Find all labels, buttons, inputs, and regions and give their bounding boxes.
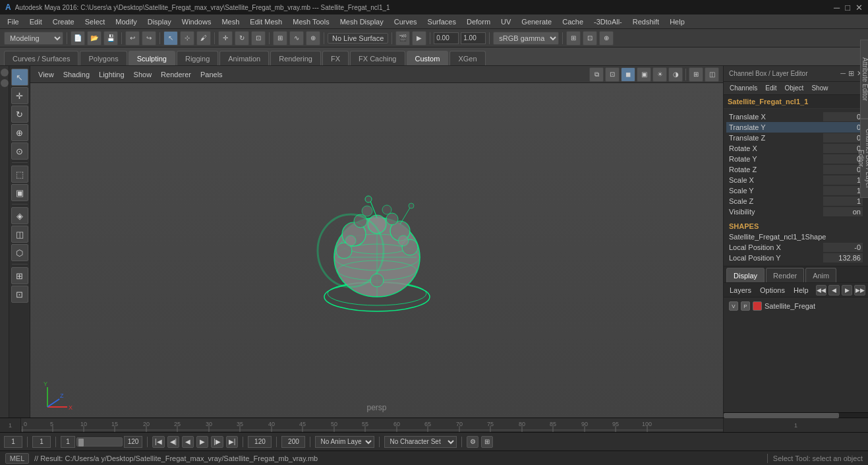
paint-lt[interactable]: ▣ xyxy=(11,184,28,201)
menu-file[interactable]: File xyxy=(3,16,24,27)
menu-select[interactable]: Select xyxy=(80,16,110,27)
mark-menu-lt[interactable]: ⊞ xyxy=(11,267,28,284)
menu-deform[interactable]: Deform xyxy=(462,16,495,27)
layer-vis-v[interactable]: V xyxy=(729,301,738,311)
scrollbar-handle[interactable] xyxy=(724,413,839,418)
frame-input-2[interactable] xyxy=(32,436,51,448)
range-end-input[interactable] xyxy=(124,436,142,448)
help-menu-layers[interactable]: Help xyxy=(790,286,812,294)
value2-input[interactable] xyxy=(461,32,486,44)
tab-sculpting[interactable]: Sculpting xyxy=(129,51,175,65)
snap-curve-button[interactable]: ∿ xyxy=(289,31,304,46)
local-pos-y-value[interactable]: 132.86 xyxy=(823,253,863,263)
timeline-numbers[interactable]: 0 5 10 15 20 25 30 35 40 45 50 55 60 xyxy=(21,418,723,433)
tab-animation[interactable]: Animation xyxy=(219,51,269,65)
local-pos-x-value[interactable]: -0 xyxy=(823,243,863,252)
extra-btn-3[interactable]: ⊕ xyxy=(599,31,614,46)
lasso-tool-button[interactable]: ⊹ xyxy=(180,31,194,46)
rotate-x-value[interactable]: 0 xyxy=(823,144,863,153)
layer-nav-first[interactable]: ◀◀ xyxy=(816,285,827,295)
edit-menu[interactable]: Edit xyxy=(762,84,780,92)
char-set-select[interactable]: No Character Set xyxy=(384,436,457,448)
show-menu[interactable]: Show xyxy=(130,69,156,80)
layer-nav-prev[interactable]: ◀ xyxy=(828,285,840,295)
go-start-button[interactable]: |◀ xyxy=(152,436,165,448)
translate-z-value[interactable]: 0 xyxy=(823,133,863,142)
menu-cache[interactable]: Cache xyxy=(558,16,588,27)
dtab-display[interactable]: Display xyxy=(726,268,765,282)
step-forward-button[interactable]: |▶ xyxy=(211,436,223,448)
wireframe-button[interactable]: ⊡ xyxy=(605,67,620,82)
close-button[interactable]: ✕ xyxy=(855,3,863,13)
universal-manip-lt[interactable]: ⊙ xyxy=(11,142,28,160)
dtab-anim[interactable]: Anim xyxy=(805,268,836,282)
menu-redshift[interactable]: Redshift xyxy=(628,16,664,27)
current-frame-input[interactable] xyxy=(4,436,22,448)
scale-x-value[interactable]: 1 xyxy=(823,175,863,185)
snap-point-button[interactable]: ⊕ xyxy=(306,31,320,46)
move-tool-button[interactable]: ✛ xyxy=(218,31,233,46)
move-tool-lt[interactable]: ✛ xyxy=(11,87,28,104)
playback-max-input[interactable] xyxy=(281,436,305,448)
maximize-button[interactable]: □ xyxy=(845,3,850,13)
scale-y-value[interactable]: 1 xyxy=(823,186,863,195)
menu-modify[interactable]: Modify xyxy=(111,16,141,27)
lighting-menu[interactable]: Lighting xyxy=(95,69,129,80)
tab-curves-surfaces[interactable]: Curves / Surfaces xyxy=(4,51,78,65)
channel-box-side-tab[interactable]: Channel Box / Layer Editor xyxy=(860,119,868,198)
select-tool-lt[interactable]: ↖ xyxy=(11,69,28,86)
animation-prefs-button[interactable]: ⊞ xyxy=(481,436,493,448)
step-back-button[interactable]: ◀| xyxy=(167,436,180,448)
visibility-value[interactable]: on xyxy=(823,207,863,216)
panels-menu[interactable]: Panels xyxy=(196,69,227,80)
menu-mesh-display[interactable]: Mesh Display xyxy=(335,16,388,27)
tab-rigging[interactable]: Rigging xyxy=(177,51,218,65)
redo-button[interactable]: ↪ xyxy=(142,31,156,46)
soft-select-lt[interactable]: ◫ xyxy=(11,226,28,243)
menu-edit-mesh[interactable]: Edit Mesh xyxy=(245,16,287,27)
lasso-lt[interactable]: ⬚ xyxy=(11,166,28,183)
rotate-tool-lt[interactable]: ↻ xyxy=(11,106,28,123)
tab-xgen[interactable]: XGen xyxy=(449,51,485,65)
symmetry-lt[interactable]: ⬡ xyxy=(11,244,28,261)
layer-nav-next[interactable]: ▶ xyxy=(842,285,853,295)
show-menu-cb[interactable]: Show xyxy=(808,84,831,92)
cb-collapse-btn[interactable]: ─ xyxy=(840,69,846,78)
open-scene-button[interactable]: 📂 xyxy=(87,31,101,46)
grid-button[interactable]: ⊞ xyxy=(689,67,703,82)
view-menu[interactable]: View xyxy=(34,69,58,80)
rotate-y-value[interactable]: 0 xyxy=(823,154,863,164)
tab-rendering[interactable]: Rendering xyxy=(270,51,321,65)
scale-z-value[interactable]: 1 xyxy=(823,197,863,206)
tab-custom[interactable]: Custom xyxy=(407,51,449,65)
anim-layer-select[interactable]: No Anim Layer xyxy=(315,436,374,448)
viewport-canvas[interactable]: X Y Z persp xyxy=(30,83,723,418)
texture-button[interactable]: ▣ xyxy=(637,67,651,82)
mode-indicator[interactable] xyxy=(1,69,9,77)
attribute-editor-tab[interactable]: Attribute Editor xyxy=(860,40,868,119)
translate-y-value[interactable]: 0 xyxy=(823,123,863,132)
mode-indicator-2[interactable] xyxy=(1,79,9,87)
range-slider-handle[interactable] xyxy=(78,439,84,447)
paint-select-button[interactable]: 🖌 xyxy=(196,31,211,46)
play-back-button[interactable]: ◀ xyxy=(182,436,194,448)
playback-end-input[interactable] xyxy=(248,436,272,448)
minimize-button[interactable]: ─ xyxy=(834,3,840,13)
undo-button[interactable]: ↩ xyxy=(125,31,140,46)
snap-lt[interactable]: ◈ xyxy=(11,207,28,224)
menu-help[interactable]: Help xyxy=(665,16,689,27)
layer-color[interactable] xyxy=(753,301,762,311)
extra-btn-1[interactable]: ⊞ xyxy=(566,31,581,46)
nudge-lt[interactable]: ⊡ xyxy=(11,286,28,303)
shading-menu[interactable]: Shading xyxy=(59,69,94,80)
workspace-select[interactable]: Modeling xyxy=(4,32,63,45)
menu-mesh-tools[interactable]: Mesh Tools xyxy=(288,16,333,27)
gamma-select[interactable]: sRGB gamma xyxy=(493,32,559,45)
right-panel-scrollbar[interactable] xyxy=(724,412,868,418)
cam-attrs-button[interactable]: ⧉ xyxy=(589,67,604,82)
smooth-shade-button[interactable]: ◼ xyxy=(621,67,635,82)
scale-tool-lt[interactable]: ⊕ xyxy=(11,124,28,141)
extra-btn-2[interactable]: ⊡ xyxy=(583,31,597,46)
menu-3dto[interactable]: -3DtoAll- xyxy=(589,16,627,27)
menu-generate[interactable]: Generate xyxy=(517,16,556,27)
